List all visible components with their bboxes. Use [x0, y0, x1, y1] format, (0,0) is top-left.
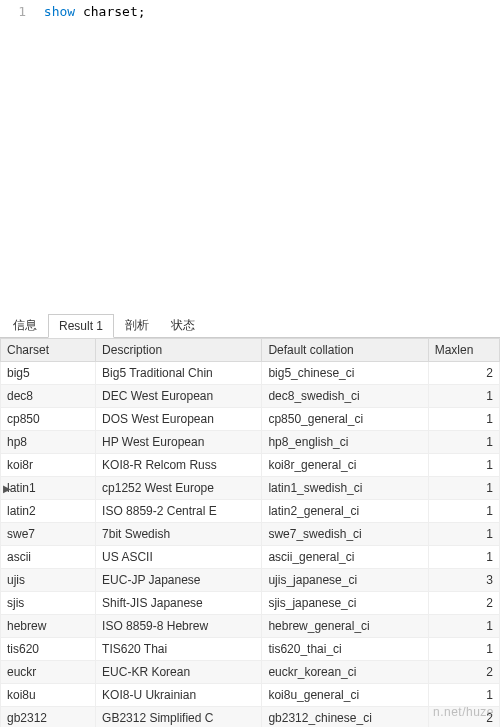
cell-description: ISO 8859-8 Hebrew	[96, 615, 262, 638]
cell-charset: tis620	[1, 638, 96, 661]
result-grid-wrap: Charset Description Default collation Ma…	[0, 338, 500, 727]
cell-maxlen: 2	[428, 362, 499, 385]
cell-charset: ▶latin1	[1, 477, 96, 500]
cell-charset: swe7	[1, 523, 96, 546]
cell-collation: cp850_general_ci	[262, 408, 428, 431]
cell-collation: hp8_english_ci	[262, 431, 428, 454]
cell-description: HP West European	[96, 431, 262, 454]
table-row[interactable]: tis620TIS620 Thaitis620_thai_ci1	[1, 638, 500, 661]
cell-maxlen: 2	[428, 592, 499, 615]
line-number: 1	[0, 4, 36, 19]
table-row[interactable]: gb2312GB2312 Simplified Cgb2312_chinese_…	[1, 707, 500, 728]
cell-maxlen: 1	[428, 615, 499, 638]
cell-collation: euckr_korean_ci	[262, 661, 428, 684]
row-pointer-icon: ▶	[3, 483, 11, 494]
cell-maxlen: 1	[428, 385, 499, 408]
cell-charset: dec8	[1, 385, 96, 408]
tab-result-1[interactable]: Result 1	[48, 314, 114, 338]
table-row[interactable]: sjisShift-JIS Japanesesjis_japanese_ci2	[1, 592, 500, 615]
cell-collation: ascii_general_ci	[262, 546, 428, 569]
table-row[interactable]: big5Big5 Traditional Chinbig5_chinese_ci…	[1, 362, 500, 385]
cell-description: KOI8-R Relcom Russ	[96, 454, 262, 477]
table-row[interactable]: hebrewISO 8859-8 Hebrewhebrew_general_ci…	[1, 615, 500, 638]
cell-description: EUC-KR Korean	[96, 661, 262, 684]
cell-maxlen: 1	[428, 500, 499, 523]
cell-description: Shift-JIS Japanese	[96, 592, 262, 615]
cell-charset: latin2	[1, 500, 96, 523]
cell-description: GB2312 Simplified C	[96, 707, 262, 728]
col-collation[interactable]: Default collation	[262, 339, 428, 362]
header-row: Charset Description Default collation Ma…	[1, 339, 500, 362]
cell-collation: latin2_general_ci	[262, 500, 428, 523]
cell-maxlen: 1	[428, 523, 499, 546]
cell-collation: koi8u_general_ci	[262, 684, 428, 707]
tab-状态[interactable]: 状态	[160, 312, 206, 338]
cell-maxlen: 1	[428, 454, 499, 477]
cell-maxlen: 1	[428, 546, 499, 569]
cell-charset: koi8u	[1, 684, 96, 707]
cell-collation: swe7_swedish_ci	[262, 523, 428, 546]
cell-description: KOI8-U Ukrainian	[96, 684, 262, 707]
cell-collation: dec8_swedish_ci	[262, 385, 428, 408]
cell-description: Big5 Traditional Chin	[96, 362, 262, 385]
cell-charset: cp850	[1, 408, 96, 431]
cell-maxlen: 1	[428, 684, 499, 707]
cell-collation: tis620_thai_ci	[262, 638, 428, 661]
table-row[interactable]: hp8HP West Europeanhp8_english_ci1	[1, 431, 500, 454]
result-tabs: 信息Result 1剖析状态	[0, 310, 500, 338]
cell-charset: sjis	[1, 592, 96, 615]
cell-collation: koi8r_general_ci	[262, 454, 428, 477]
cell-maxlen: 2	[428, 661, 499, 684]
cell-maxlen: 1	[428, 431, 499, 454]
cell-charset: koi8r	[1, 454, 96, 477]
code-line: show charset;	[44, 4, 146, 19]
cell-charset: big5	[1, 362, 96, 385]
table-row[interactable]: asciiUS ASCIIascii_general_ci1	[1, 546, 500, 569]
cell-description: DEC West European	[96, 385, 262, 408]
table-row[interactable]: cp850DOS West Europeancp850_general_ci1	[1, 408, 500, 431]
cell-maxlen: 1	[428, 638, 499, 661]
cell-charset: hebrew	[1, 615, 96, 638]
table-row[interactable]: euckrEUC-KR Koreaneuckr_korean_ci2	[1, 661, 500, 684]
tab-信息[interactable]: 信息	[2, 312, 48, 338]
cell-description: US ASCII	[96, 546, 262, 569]
cell-description: ISO 8859-2 Central E	[96, 500, 262, 523]
cell-collation: ujis_japanese_ci	[262, 569, 428, 592]
table-row[interactable]: koi8rKOI8-R Relcom Russkoi8r_general_ci1	[1, 454, 500, 477]
cell-charset: gb2312	[1, 707, 96, 728]
cell-description: cp1252 West Europe	[96, 477, 262, 500]
cell-charset: hp8	[1, 431, 96, 454]
cell-description: EUC-JP Japanese	[96, 569, 262, 592]
cell-collation: hebrew_general_ci	[262, 615, 428, 638]
tab-剖析[interactable]: 剖析	[114, 312, 160, 338]
col-maxlen[interactable]: Maxlen	[428, 339, 499, 362]
table-row[interactable]: koi8uKOI8-U Ukrainiankoi8u_general_ci1	[1, 684, 500, 707]
table-row[interactable]: dec8DEC West Europeandec8_swedish_ci1	[1, 385, 500, 408]
cell-collation: gb2312_chinese_ci	[262, 707, 428, 728]
col-charset[interactable]: Charset	[1, 339, 96, 362]
result-grid[interactable]: Charset Description Default collation Ma…	[0, 338, 500, 727]
sql-editor[interactable]: 1 show charset;	[0, 0, 500, 310]
cell-description: DOS West European	[96, 408, 262, 431]
cell-charset: ascii	[1, 546, 96, 569]
cell-description: TIS620 Thai	[96, 638, 262, 661]
table-row[interactable]: latin2ISO 8859-2 Central Elatin2_general…	[1, 500, 500, 523]
col-description[interactable]: Description	[96, 339, 262, 362]
table-row[interactable]: ▶latin1cp1252 West Europelatin1_swedish_…	[1, 477, 500, 500]
cell-collation: sjis_japanese_ci	[262, 592, 428, 615]
cell-collation: latin1_swedish_ci	[262, 477, 428, 500]
cell-description: 7bit Swedish	[96, 523, 262, 546]
table-row[interactable]: swe77bit Swedishswe7_swedish_ci1	[1, 523, 500, 546]
cell-charset: euckr	[1, 661, 96, 684]
cell-charset: ujis	[1, 569, 96, 592]
cell-maxlen: 1	[428, 477, 499, 500]
cell-maxlen: 3	[428, 569, 499, 592]
cell-maxlen: 1	[428, 408, 499, 431]
sql-keyword: show	[44, 4, 75, 19]
cell-maxlen: 2	[428, 707, 499, 728]
sql-text: charset;	[75, 4, 145, 19]
cell-collation: big5_chinese_ci	[262, 362, 428, 385]
table-row[interactable]: ujisEUC-JP Japaneseujis_japanese_ci3	[1, 569, 500, 592]
